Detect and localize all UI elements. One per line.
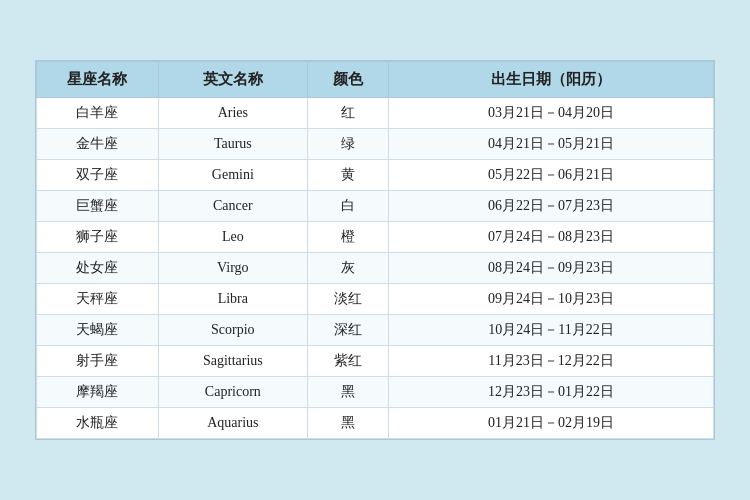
cell-date: 09月24日－10月23日 (389, 284, 714, 315)
cell-date: 11月23日－12月22日 (389, 346, 714, 377)
cell-date: 04月21日－05月21日 (389, 129, 714, 160)
cell-color: 深红 (307, 315, 388, 346)
cell-color: 白 (307, 191, 388, 222)
cell-en: Scorpio (158, 315, 307, 346)
cell-color: 淡红 (307, 284, 388, 315)
cell-en: Taurus (158, 129, 307, 160)
table-row: 双子座Gemini黄05月22日－06月21日 (37, 160, 714, 191)
cell-en: Libra (158, 284, 307, 315)
cell-en: Leo (158, 222, 307, 253)
cell-date: 10月24日－11月22日 (389, 315, 714, 346)
cell-cn: 双子座 (37, 160, 159, 191)
cell-cn: 狮子座 (37, 222, 159, 253)
cell-en: Aquarius (158, 408, 307, 439)
cell-date: 05月22日－06月21日 (389, 160, 714, 191)
cell-date: 12月23日－01月22日 (389, 377, 714, 408)
zodiac-table-wrapper: 星座名称 英文名称 颜色 出生日期（阳历） 白羊座Aries红03月21日－04… (35, 60, 715, 440)
cell-color: 橙 (307, 222, 388, 253)
cell-cn: 金牛座 (37, 129, 159, 160)
cell-cn: 水瓶座 (37, 408, 159, 439)
cell-cn: 天秤座 (37, 284, 159, 315)
cell-color: 黄 (307, 160, 388, 191)
cell-cn: 巨蟹座 (37, 191, 159, 222)
table-row: 白羊座Aries红03月21日－04月20日 (37, 98, 714, 129)
cell-cn: 白羊座 (37, 98, 159, 129)
cell-date: 03月21日－04月20日 (389, 98, 714, 129)
table-header-row: 星座名称 英文名称 颜色 出生日期（阳历） (37, 62, 714, 98)
header-date: 出生日期（阳历） (389, 62, 714, 98)
header-en: 英文名称 (158, 62, 307, 98)
table-row: 巨蟹座Cancer白06月22日－07月23日 (37, 191, 714, 222)
cell-date: 08月24日－09月23日 (389, 253, 714, 284)
cell-en: Gemini (158, 160, 307, 191)
cell-cn: 处女座 (37, 253, 159, 284)
table-row: 狮子座Leo橙07月24日－08月23日 (37, 222, 714, 253)
header-color: 颜色 (307, 62, 388, 98)
header-cn: 星座名称 (37, 62, 159, 98)
cell-en: Cancer (158, 191, 307, 222)
cell-color: 黑 (307, 377, 388, 408)
table-row: 金牛座Taurus绿04月21日－05月21日 (37, 129, 714, 160)
table-row: 天蝎座Scorpio深红10月24日－11月22日 (37, 315, 714, 346)
cell-en: Aries (158, 98, 307, 129)
table-row: 水瓶座Aquarius黑01月21日－02月19日 (37, 408, 714, 439)
cell-color: 灰 (307, 253, 388, 284)
zodiac-table: 星座名称 英文名称 颜色 出生日期（阳历） 白羊座Aries红03月21日－04… (36, 61, 714, 439)
table-row: 处女座Virgo灰08月24日－09月23日 (37, 253, 714, 284)
cell-cn: 射手座 (37, 346, 159, 377)
cell-color: 紫红 (307, 346, 388, 377)
cell-en: Virgo (158, 253, 307, 284)
cell-color: 红 (307, 98, 388, 129)
table-row: 射手座Sagittarius紫红11月23日－12月22日 (37, 346, 714, 377)
cell-en: Capricorn (158, 377, 307, 408)
cell-date: 07月24日－08月23日 (389, 222, 714, 253)
table-row: 天秤座Libra淡红09月24日－10月23日 (37, 284, 714, 315)
cell-color: 绿 (307, 129, 388, 160)
cell-cn: 摩羯座 (37, 377, 159, 408)
cell-date: 06月22日－07月23日 (389, 191, 714, 222)
cell-en: Sagittarius (158, 346, 307, 377)
cell-date: 01月21日－02月19日 (389, 408, 714, 439)
table-row: 摩羯座Capricorn黑12月23日－01月22日 (37, 377, 714, 408)
cell-cn: 天蝎座 (37, 315, 159, 346)
cell-color: 黑 (307, 408, 388, 439)
